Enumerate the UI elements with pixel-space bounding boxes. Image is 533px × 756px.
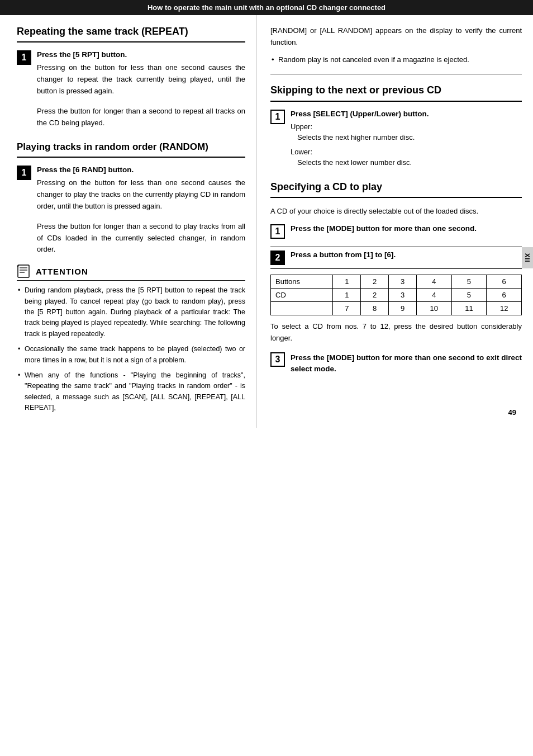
section-specify: Specifying a CD to play A CD of your cho… <box>270 181 522 378</box>
table-cd-11: 11 <box>451 302 487 315</box>
repeat-step1: 1 Press the [5 RPT] button. Pressing on … <box>17 50 245 129</box>
cd-buttons-table: Buttons 1 2 3 4 5 6 CD 1 2 3 4 5 <box>270 275 522 315</box>
table-header-5: 5 <box>451 275 487 289</box>
table-cd-7: 7 <box>333 302 361 315</box>
random-step1-label: Press the [6 RAND] button. <box>37 166 245 174</box>
lower-desc: Selects the next lower number disc. <box>291 157 522 168</box>
table-cd-row1: CD 1 2 3 4 5 6 <box>271 289 522 302</box>
specify-step1: 1 Press the [MODE] button for more than … <box>270 224 522 239</box>
table-cd-6: 6 <box>487 289 522 302</box>
repeat-step1-label: Press the [5 RPT] button. <box>37 50 245 59</box>
repeat-step1-desc2: Press the button for longer than a secon… <box>37 106 245 129</box>
page-number: 49 <box>508 408 516 417</box>
content-area: Repeating the same track (REPEAT) 1 Pres… <box>0 15 533 428</box>
table-cd-9: 9 <box>389 302 417 315</box>
section-specify-title: Specifying a CD to play <box>270 181 522 193</box>
table-cd-4: 4 <box>417 289 452 302</box>
section-random-title: Playing tracks in random order (RANDOM) <box>17 141 245 153</box>
svg-marker-4 <box>17 266 19 267</box>
section-repeat-divider <box>17 41 245 42</box>
attention-box: ATTENTION During random playback, press … <box>17 264 245 413</box>
attention-divider <box>17 280 245 281</box>
skip-step1-content: Press [SELECT] (Upper/Lower) button. Upp… <box>291 110 522 173</box>
attention-item-2: Occasionally the same track happens to b… <box>17 344 245 366</box>
random-step1-number: 1 <box>17 166 31 180</box>
table-cd-2: 2 <box>361 289 389 302</box>
repeat-step1-desc1: Pressing on the button for less than one… <box>37 62 245 97</box>
lower-label: Lower: <box>291 148 522 156</box>
specify-step3-number: 3 <box>270 352 285 367</box>
table-cd-3: 3 <box>389 289 417 302</box>
random-step1-desc1: Pressing on the button for less than one… <box>37 177 245 212</box>
section-random-divider <box>17 157 245 158</box>
svg-rect-0 <box>18 265 29 277</box>
section-specify-intro: A CD of your choice is directly selectab… <box>270 206 522 218</box>
random-step1-content: Press the [6 RAND] button. Pressing on t… <box>37 166 245 256</box>
specify-step1-content: Press the [MODE] button for more than on… <box>291 224 522 236</box>
repeat-step1-content: Press the [5 RPT] button. Pressing on th… <box>37 50 245 129</box>
section-skip-divider <box>270 101 522 102</box>
attention-icon <box>17 264 32 278</box>
table-cd-5: 5 <box>451 289 487 302</box>
section-marker: XII <box>522 247 533 268</box>
lower-item: Lower: Selects the next lower number dis… <box>291 148 522 168</box>
right-column: [RANDOM] or [ALL RANDOM] appears on the … <box>257 15 533 428</box>
section-skip-title: Skipping to the next or previous CD <box>270 84 522 97</box>
specify-step3-label: Press the [MODE] button for more than on… <box>291 352 522 375</box>
table-header-3: 3 <box>389 275 417 289</box>
table-header-2: 2 <box>361 275 389 289</box>
table-header-4: 4 <box>417 275 452 289</box>
table-cd-row2: 7 8 9 10 11 12 <box>271 302 522 315</box>
table-cd-1: 1 <box>333 289 361 302</box>
table-cd-12: 12 <box>487 302 522 315</box>
right-top-text: [RANDOM] or [ALL RANDOM] appears on the … <box>270 25 522 49</box>
right-top-divider <box>270 74 522 75</box>
table-header-1: 1 <box>333 275 361 289</box>
specify-step1-label: Press the [MODE] button for more than on… <box>291 224 522 233</box>
attention-title: ATTENTION <box>36 267 88 276</box>
table-cd-label: CD <box>271 289 333 302</box>
table-cd-8: 8 <box>361 302 389 315</box>
skip-step1: 1 Press [SELECT] (Upper/Lower) button. U… <box>270 110 522 173</box>
page: How to operate the main unit with an opt… <box>0 0 533 756</box>
specify-step2-label: Press a button from [1] to [6]. <box>291 251 522 259</box>
section-repeat: Repeating the same track (REPEAT) 1 Pres… <box>17 25 245 129</box>
specify-step1-number: 1 <box>270 224 285 239</box>
specify-step2: 2 Press a button from [1] to [6]. XII <box>270 247 522 269</box>
table-cd-blank <box>271 302 333 315</box>
section-random: Playing tracks in random order (RANDOM) … <box>17 141 245 256</box>
table-header-6: 6 <box>487 275 522 289</box>
upper-label: Upper: <box>291 122 522 131</box>
skip-step1-label: Press [SELECT] (Upper/Lower) button. <box>291 110 522 118</box>
table-header-row: Buttons 1 2 3 4 5 6 <box>271 275 522 289</box>
left-column: Repeating the same track (REPEAT) 1 Pres… <box>0 15 257 428</box>
attention-item-1: During random playback, press the [5 RPT… <box>17 285 245 339</box>
random-step1-desc2: Press the button for longer than a secon… <box>37 221 245 256</box>
table-header-buttons: Buttons <box>271 275 333 289</box>
section-skip: Skipping to the next or previous CD 1 Pr… <box>270 84 522 173</box>
upper-lower-block: Upper: Selects the next higher number di… <box>291 122 522 168</box>
page-header: How to operate the main unit with an opt… <box>0 0 533 15</box>
random-step1: 1 Press the [6 RAND] button. Pressing on… <box>17 166 245 256</box>
table-cd-10: 10 <box>417 302 452 315</box>
section-repeat-title: Repeating the same track (REPEAT) <box>17 25 245 38</box>
right-bullet1: Random play is not canceled even if a ma… <box>270 54 522 66</box>
upper-desc: Selects the next higher number disc. <box>291 132 522 143</box>
specify-step3: 3 Press the [MODE] button for more than … <box>270 352 522 379</box>
section-specify-divider <box>270 197 522 198</box>
specify-step3-content: Press the [MODE] button for more than on… <box>291 352 522 379</box>
skip-step1-number: 1 <box>270 110 285 124</box>
table-note: To select a CD from nos. 7 to 12, press … <box>270 321 522 344</box>
upper-item: Upper: Selects the next higher number di… <box>291 122 522 143</box>
attention-header: ATTENTION <box>17 264 245 278</box>
attention-item-3: When any of the functions - "Playing the… <box>17 370 245 414</box>
attention-list: During random playback, press the [5 RPT… <box>17 285 245 413</box>
specify-step2-number: 2 <box>270 251 285 265</box>
repeat-step1-number: 1 <box>17 50 31 65</box>
header-text: How to operate the main unit with an opt… <box>147 3 386 12</box>
